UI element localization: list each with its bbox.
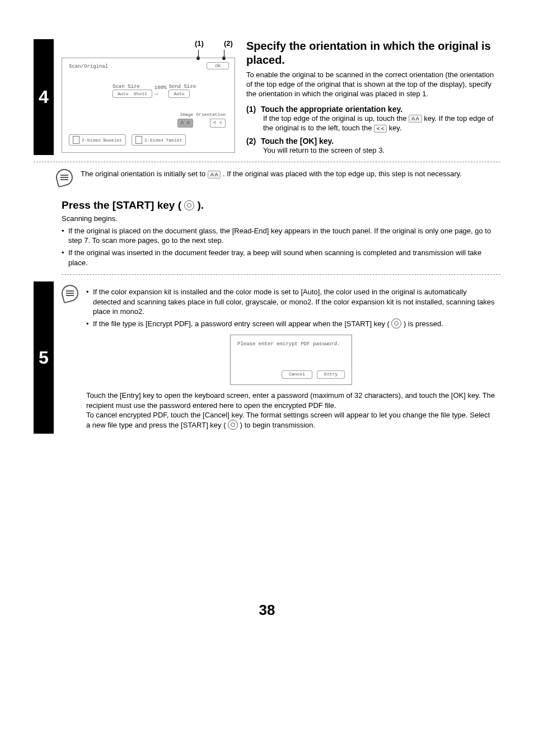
scan-size-label: Scan Size (113, 84, 152, 90)
orientation-up-button[interactable]: A A (177, 119, 193, 128)
two-sided-tablet-button[interactable]: 2-Sided Tablet (132, 134, 186, 145)
note-icon (60, 283, 81, 304)
step-4-number: 4 (34, 39, 54, 155)
scan-original-panel: Scan/Original OK Scan Size Auto 8½x11 10… (62, 58, 235, 153)
scanning-begins-text: Scanning begins. (62, 214, 500, 224)
divider (62, 274, 500, 275)
cancel-button[interactable]: Cancel (282, 370, 312, 379)
image-orientation-label: Image Orientation (180, 112, 226, 117)
orientation-up-icon: A A (208, 171, 221, 179)
password-prompt-text: Please enter encrypt PDF password. (237, 341, 345, 348)
step-5-note-bullet-2: If the file type is [Encrypt PDF], a pas… (86, 319, 496, 330)
divider (34, 162, 500, 162)
substep-1-heading: (1)Touch the appropriate orientation key… (246, 105, 500, 114)
panel-title: Scan/Original (69, 64, 228, 69)
page-number: 38 (34, 602, 500, 619)
substep-1-body: If the top edge of the original is up, t… (263, 114, 500, 133)
orientation-left-icon: < < (374, 125, 387, 133)
ok-button[interactable]: OK (207, 62, 229, 69)
step-5-para-3: To cancel encrypted PDF, touch the [Canc… (86, 410, 496, 430)
entry-button[interactable]: Entry (317, 370, 345, 379)
step-5-number: 5 (34, 281, 54, 434)
step-5-heading: Press the [START] key ( ). (34, 199, 500, 212)
send-size-label: Send Size (168, 84, 196, 90)
step-4-heading: Specify the orientation in which the ori… (246, 39, 500, 67)
callout-1: (1) (195, 39, 204, 48)
tablet-icon (135, 136, 142, 144)
note-icon (54, 167, 75, 188)
step-5-bullet-1: If the original is placed on the documen… (62, 226, 500, 246)
orientation-left-button[interactable]: < < (210, 119, 226, 128)
step-5-bullet-2: If the original was inserted in the docu… (62, 248, 500, 267)
percent-label: 100% (154, 85, 167, 91)
two-sided-booklet-button[interactable]: 2-Sided Booklet (69, 134, 126, 145)
scan-size-button[interactable]: Auto 8½x11 (113, 90, 152, 98)
arrow-icon: → (154, 91, 158, 97)
callout-2: (2) (224, 39, 233, 48)
start-key-icon (391, 318, 401, 328)
substep-2-body: You will return to the screen of step 3. (263, 145, 500, 156)
step-4-intro: To enable the original to be scanned in … (246, 71, 500, 99)
step-5-para-2: Touch the [Entry] key to open the keyboa… (86, 391, 496, 410)
step-5-note-bullet-1: If the color expansion kit is installed … (86, 287, 496, 317)
booklet-icon (73, 136, 79, 144)
send-size-button[interactable]: Auto (168, 90, 189, 98)
start-key-icon (184, 200, 194, 210)
password-panel: Please enter encrypt PDF password. Cance… (230, 335, 352, 385)
substep-2-heading: (2)Touch the [OK] key. (246, 137, 500, 145)
orientation-up-icon: A A (409, 115, 422, 123)
step-4-note: The original orientation is initially se… (81, 169, 462, 179)
start-key-icon (228, 420, 238, 430)
